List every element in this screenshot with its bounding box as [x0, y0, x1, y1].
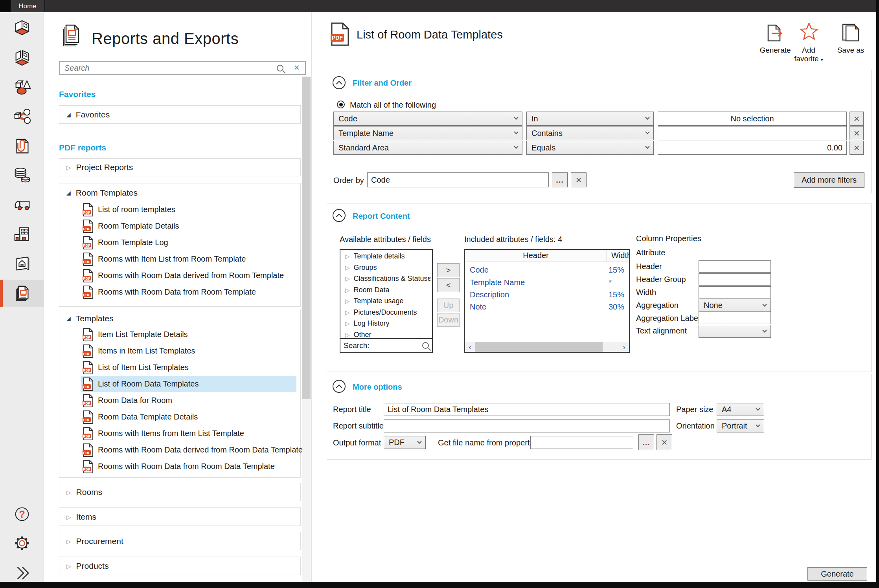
report-item[interactable]: PDF Item List Template Details [81, 326, 296, 343]
output-format-dropdown[interactable]: PDF [384, 436, 426, 449]
table-row[interactable]: Code 15% [465, 266, 629, 278]
shapes-icon[interactable] [13, 78, 31, 96]
header-input[interactable] [699, 260, 771, 273]
attribute-group[interactable]: ▷Room Data [345, 284, 430, 295]
expander-collapsed-icon[interactable]: ▷ [66, 539, 71, 544]
report-item[interactable]: PDF Rooms with Room Data from Room Data … [81, 458, 296, 474]
order-by-browse-button[interactable]: ... [552, 172, 568, 187]
filter-value-input[interactable] [658, 126, 847, 140]
expander-collapsed-icon[interactable]: ▷ [345, 287, 350, 293]
expander-expanded-icon[interactable]: ◢ [66, 316, 71, 321]
panel-scrollbar-thumb[interactable] [302, 77, 311, 399]
add-favorite-button[interactable]: Add favorite ▾ [785, 46, 832, 63]
report-item[interactable]: PDF Rooms with Item List from Room Templ… [81, 251, 296, 267]
add-more-filters-button[interactable]: Add more filters [794, 172, 864, 188]
search-clear-icon[interactable]: × [294, 63, 300, 72]
report-subtitle-input[interactable] [384, 419, 670, 432]
report-item-selected[interactable]: PDF List of Room Data Templates [81, 376, 296, 392]
expander-collapsed-icon[interactable]: ▷ [345, 310, 350, 315]
included-attributes-table[interactable]: Header Width Code 15% Template Name * De… [464, 249, 630, 353]
expander-collapsed-icon[interactable]: ▷ [66, 563, 71, 569]
report-item[interactable]: PDF Items in Item List Templates [81, 343, 296, 359]
filter-value-input[interactable]: 0.00 [658, 141, 847, 155]
generate-icon[interactable] [767, 24, 785, 42]
project-reports-group[interactable]: ▷ Project Reports [59, 158, 301, 176]
search-icon[interactable] [277, 65, 283, 73]
procurement-group[interactable]: ▷ Procurement [59, 532, 301, 550]
help-icon[interactable]: ? [13, 505, 31, 523]
truck-icon[interactable] [13, 196, 31, 214]
filter-operator-dropdown[interactable]: Contains [526, 126, 654, 140]
expander-collapsed-icon[interactable]: ▷ [66, 489, 71, 495]
width-input[interactable] [699, 286, 771, 299]
expander-collapsed-icon[interactable]: ▷ [345, 265, 350, 271]
network-icon[interactable] [13, 108, 31, 126]
expander-collapsed-icon[interactable]: ▷ [345, 321, 350, 326]
collapse-section-button[interactable] [333, 76, 346, 89]
expander-collapsed-icon[interactable]: ▷ [66, 165, 71, 170]
move-up-button[interactable]: Up [437, 299, 460, 312]
reports-icon[interactable] [13, 284, 31, 302]
report-item[interactable]: PDF Room Data Template Details [81, 409, 296, 425]
report-title-input[interactable] [384, 403, 670, 416]
expander-expanded-icon[interactable]: ◢ [66, 190, 71, 196]
attribute-group[interactable]: ▷Template usage [345, 295, 430, 306]
room-open-icon[interactable] [13, 49, 31, 67]
collapse-section-button[interactable] [333, 209, 346, 222]
attribute-group[interactable]: ▷Pictures/Documents [345, 307, 430, 318]
report-item[interactable]: PDF List of Item List Templates [81, 359, 296, 376]
orientation-dropdown[interactable]: Portrait [717, 419, 764, 432]
generate-button[interactable]: Generate [807, 567, 867, 581]
match-all-radio[interactable] [337, 101, 345, 108]
attribute-group[interactable]: ▷Other [345, 329, 430, 339]
aggregation-label-input[interactable] [699, 312, 771, 324]
move-right-button[interactable]: > [437, 263, 460, 277]
package-house-icon[interactable] [13, 254, 31, 272]
table-row[interactable]: Description 15% [465, 290, 629, 302]
gear-icon[interactable] [13, 534, 31, 552]
save-as-button[interactable]: Save as [827, 46, 874, 55]
expander-collapsed-icon[interactable]: ▷ [345, 332, 350, 338]
filter-field-dropdown[interactable]: Template Name [333, 126, 522, 140]
items-group[interactable]: ▷ Items [59, 507, 301, 526]
remove-filter-button[interactable]: × [850, 112, 864, 126]
attribute-group[interactable]: ▷Groups [345, 262, 430, 273]
table-row[interactable]: Note 30% [465, 302, 629, 315]
attribute-search-box[interactable]: Search: [340, 338, 433, 353]
attribute-group[interactable]: ▷Classifications & Statuses [345, 273, 430, 284]
scroll-right-icon[interactable]: › [619, 343, 629, 352]
order-by-clear-button[interactable]: × [571, 172, 587, 187]
remove-filter-button[interactable]: × [850, 126, 864, 140]
double-chevron-icon[interactable] [13, 564, 31, 582]
filter-field-dropdown[interactable]: Code [333, 112, 522, 126]
remove-filter-button[interactable]: × [850, 141, 864, 155]
get-file-name-clear-button[interactable]: × [656, 434, 672, 450]
report-item[interactable]: PDF Room Template Log [81, 234, 296, 251]
room-icon[interactable] [13, 19, 31, 37]
column-divider[interactable] [607, 250, 607, 262]
get-file-name-browse-button[interactable]: ... [638, 434, 654, 450]
move-left-button[interactable]: < [437, 278, 460, 292]
report-item[interactable]: PDF Room Data for Room [81, 392, 296, 408]
report-item[interactable]: PDF Rooms with Room Data derived from Ro… [81, 267, 296, 284]
expander-collapsed-icon[interactable]: ▷ [345, 253, 350, 259]
expander-collapsed-icon[interactable]: ▷ [345, 298, 350, 304]
report-item[interactable]: PDF Room Template Details [81, 218, 296, 234]
favorites-group[interactable]: ◢ Favorites [59, 105, 301, 124]
products-group[interactable]: ▷ Products [59, 557, 301, 575]
add-favorite-star-icon[interactable] [800, 22, 818, 41]
building-icon[interactable] [13, 225, 31, 243]
order-by-input[interactable] [367, 172, 549, 187]
report-item[interactable]: PDF Rooms with Items from Item List Temp… [81, 425, 296, 441]
scroll-left-icon[interactable]: ‹ [465, 343, 475, 352]
text-alignment-dropdown[interactable] [699, 325, 771, 338]
attribute-group[interactable]: ▷Log History [345, 318, 430, 329]
expander-collapsed-icon[interactable]: ▷ [345, 276, 350, 282]
aggregation-dropdown[interactable]: None [699, 299, 771, 312]
report-item[interactable]: PDF List of room templates [81, 201, 296, 218]
report-item[interactable]: PDF Rooms with Room Data from Room Templ… [81, 284, 296, 300]
filter-value-picker[interactable]: No selection [658, 112, 847, 126]
search-input[interactable] [64, 62, 268, 74]
filter-field-dropdown[interactable]: Standard Area [333, 141, 522, 155]
filter-operator-dropdown[interactable]: Equals [526, 141, 654, 155]
